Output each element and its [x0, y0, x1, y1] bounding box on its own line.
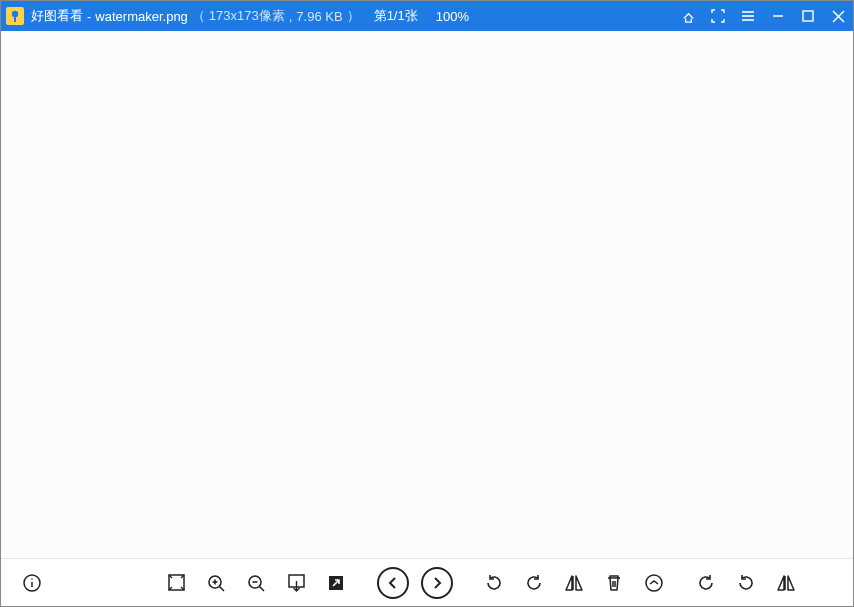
zoom-in-button[interactable]	[199, 566, 233, 600]
collapse-toolbar-button[interactable]	[637, 566, 671, 600]
comma: ,	[289, 9, 293, 24]
svg-point-12	[31, 578, 33, 580]
menu-button[interactable]	[733, 1, 763, 31]
maximize-button[interactable]	[793, 1, 823, 31]
image-canvas[interactable]	[1, 31, 853, 558]
svg-line-15	[220, 586, 225, 591]
rotate-left-alt-button[interactable]	[729, 566, 763, 600]
svg-point-1	[12, 11, 18, 17]
filesize: 7.96 KB	[296, 9, 342, 24]
svg-rect-2	[14, 17, 16, 22]
app-name: 好图看看	[31, 7, 83, 25]
pin-button[interactable]	[673, 1, 703, 31]
zoom-out-button[interactable]	[239, 566, 273, 600]
rotate-left-button[interactable]	[477, 566, 511, 600]
next-image-button[interactable]	[421, 567, 453, 599]
svg-line-19	[260, 586, 265, 591]
window-controls	[673, 1, 853, 31]
dimensions: 173x173像素	[209, 7, 285, 25]
actual-size-button[interactable]	[279, 566, 313, 600]
delete-button[interactable]	[597, 566, 631, 600]
page-counter: 第1/1张	[374, 7, 418, 25]
open-paren: （	[192, 7, 205, 25]
open-external-button[interactable]	[319, 566, 353, 600]
fullscreen-button[interactable]	[703, 1, 733, 31]
svg-point-23	[646, 575, 662, 591]
separator: -	[87, 9, 91, 24]
zoom-level: 100%	[436, 9, 469, 24]
fit-window-button[interactable]	[159, 566, 193, 600]
flip-horizontal-alt-button[interactable]	[769, 566, 803, 600]
prev-image-button[interactable]	[377, 567, 409, 599]
bottom-toolbar	[1, 558, 853, 606]
close-button[interactable]	[823, 1, 853, 31]
title-text: 好图看看 - watermaker.png （ 173x173像素 , 7.96…	[31, 7, 469, 25]
filename: watermaker.png	[95, 9, 188, 24]
titlebar: 好图看看 - watermaker.png （ 173x173像素 , 7.96…	[1, 1, 853, 31]
rotate-right-alt-button[interactable]	[689, 566, 723, 600]
minimize-button[interactable]	[763, 1, 793, 31]
app-icon	[5, 6, 25, 26]
close-paren: ）	[347, 7, 360, 25]
flip-horizontal-button[interactable]	[557, 566, 591, 600]
rotate-right-button[interactable]	[517, 566, 551, 600]
info-button[interactable]	[15, 566, 49, 600]
svg-rect-7	[803, 11, 813, 21]
